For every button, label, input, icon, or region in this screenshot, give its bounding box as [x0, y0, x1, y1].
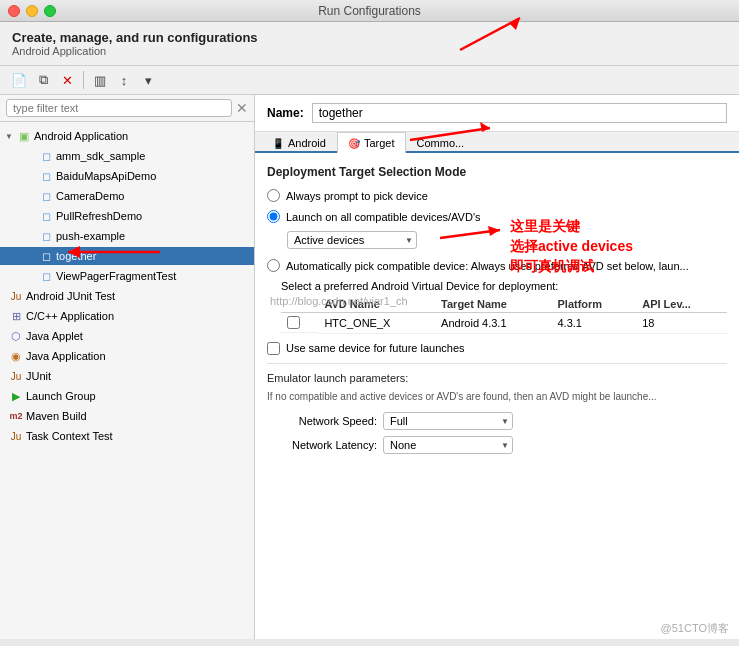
search-clear-icon[interactable]: ✕: [236, 100, 248, 116]
radio-always-prompt-input[interactable]: [267, 189, 280, 202]
java-app-icon: ◉: [8, 348, 24, 364]
avd-section-label: Select a preferred Android Virtual Devic…: [281, 280, 727, 292]
config-tree: ▼ ▣ Android Application ◻ amm_sdk_sample: [0, 122, 254, 639]
tree-item-push[interactable]: ◻ push-example: [0, 226, 254, 246]
amm-sdk-label: amm_sdk_sample: [56, 150, 145, 162]
network-latency-wrapper: None UMTS EDGE ▼: [383, 436, 513, 454]
deployment-section-title: Deployment Target Selection Mode: [267, 165, 727, 179]
search-input[interactable]: [6, 99, 232, 117]
avd-platform-htc: 4.3.1: [552, 313, 637, 334]
baidu-label: BaiduMapsApiDemo: [56, 170, 156, 182]
cpp-label: C/C++ Application: [26, 310, 114, 322]
android-app-label: Android Application: [34, 130, 128, 142]
window-title: Run Configurations: [318, 4, 421, 18]
new-config-button[interactable]: 📄: [8, 69, 30, 91]
tree-item-launch-group[interactable]: ▶ Launch Group: [0, 386, 254, 406]
tab-common[interactable]: Commo...: [406, 132, 476, 153]
android-tab-icon: 📱: [272, 138, 284, 149]
tree-item-baidu[interactable]: ◻ BaiduMapsApiDemo: [0, 166, 254, 186]
radio-always-prompt: Always prompt to pick device: [267, 189, 727, 202]
radio-auto-pick-input[interactable]: [267, 259, 280, 272]
same-device-checkbox[interactable]: [267, 342, 280, 355]
col-target: Target Name: [435, 296, 551, 313]
col-api: API Lev...: [636, 296, 727, 313]
task-label: Task Context Test: [26, 430, 113, 442]
avd-api-htc: 18: [636, 313, 727, 334]
junit-android-label: Android JUnit Test: [26, 290, 115, 302]
radio-always-prompt-label: Always prompt to pick device: [286, 190, 428, 202]
tree-item-amm-sdk[interactable]: ◻ amm_sdk_sample: [0, 146, 254, 166]
tree-item-maven[interactable]: m2 Maven Build: [0, 406, 254, 426]
radio-auto-pick-label: Automatically pick compatible device: Al…: [286, 260, 689, 272]
pull-label: PullRefreshDemo: [56, 210, 142, 222]
class-icon-baidu: ◻: [38, 168, 54, 184]
col-checkbox: [281, 296, 318, 313]
title-bar: Run Configurations: [0, 0, 739, 22]
sort-button[interactable]: ↕: [113, 69, 135, 91]
right-panel: Name: 📱 Android 🎯 Target Commo... Deploy…: [255, 95, 739, 639]
tree-item-together[interactable]: ◻ together: [0, 246, 254, 266]
vp-label: ViewPagerFragmentTest: [56, 270, 176, 282]
tree-item-junit[interactable]: Ju JUnit: [0, 366, 254, 386]
together-label: together: [56, 250, 96, 262]
more-button[interactable]: ▾: [137, 69, 159, 91]
tab-content-target: Deployment Target Selection Mode Always …: [255, 153, 739, 639]
col-platform: Platform: [552, 296, 637, 313]
tree-item-java-app[interactable]: ◉ Java Application: [0, 346, 254, 366]
close-button[interactable]: [8, 5, 20, 17]
tabs-bar: 📱 Android 🎯 Target Commo...: [255, 132, 739, 153]
applet-icon: ⬡: [8, 328, 24, 344]
tree-item-camera[interactable]: ◻ CameraDemo: [0, 186, 254, 206]
tree-item-pullrefresh[interactable]: ◻ PullRefreshDemo: [0, 206, 254, 226]
main-content: ✕ ▼ ▣ Android Application ◻ amm_sdk_samp…: [0, 95, 739, 639]
cpp-icon: ⊞: [8, 308, 24, 324]
config-name-input[interactable]: [312, 103, 727, 123]
tree-item-viewpager[interactable]: ◻ ViewPagerFragmentTest: [0, 266, 254, 286]
network-latency-row: Network Latency: None UMTS EDGE ▼: [267, 436, 727, 454]
network-speed-select[interactable]: Full UMTS EDGE: [383, 412, 513, 430]
maven-icon: m2: [8, 408, 24, 424]
same-device-row: Use same device for future launches: [267, 342, 727, 355]
tree-item-android-application[interactable]: ▼ ▣ Android Application: [0, 126, 254, 146]
emulator-title: Emulator launch parameters:: [267, 372, 727, 384]
minimize-button[interactable]: [26, 5, 38, 17]
tree-item-task-context[interactable]: Ju Task Context Test: [0, 426, 254, 446]
launch-icon: ▶: [8, 388, 24, 404]
copy-config-button[interactable]: ⧉: [32, 69, 54, 91]
filter-button[interactable]: ▥: [89, 69, 111, 91]
network-speed-row: Network Speed: Full UMTS EDGE ▼: [267, 412, 727, 430]
applet-label: Java Applet: [26, 330, 83, 342]
class-icon-camera: ◻: [38, 188, 54, 204]
junit-label: JUnit: [26, 370, 51, 382]
network-latency-label: Network Latency:: [267, 439, 377, 451]
name-label: Name:: [267, 106, 304, 120]
maximize-button[interactable]: [44, 5, 56, 17]
radio-launch-all: Launch on all compatible devices/AVD's: [267, 210, 727, 223]
tree-item-cpp[interactable]: ⊞ C/C++ Application: [0, 306, 254, 326]
active-devices-wrapper: Active devices All devices Emulator only…: [287, 231, 417, 249]
avd-row-htc: HTC_ONE_X Android 4.3.1 4.3.1 18: [281, 313, 727, 334]
tab-target[interactable]: 🎯 Target: [337, 132, 406, 153]
push-label: push-example: [56, 230, 125, 242]
tree-item-java-applet[interactable]: ⬡ Java Applet: [0, 326, 254, 346]
target-tab-icon: 🎯: [348, 138, 360, 149]
header-title: Create, manage, and run configurations: [12, 30, 727, 45]
tab-android[interactable]: 📱 Android: [261, 132, 337, 153]
radio-launch-all-input[interactable]: [267, 210, 280, 223]
junit-android-icon: Ju: [8, 288, 24, 304]
col-avd-name: AVD Name: [318, 296, 435, 313]
radio-auto-pick: Automatically pick compatible device: Al…: [267, 259, 727, 272]
android-tab-label: Android: [288, 137, 326, 149]
android-app-icon: ▣: [16, 128, 32, 144]
network-latency-select[interactable]: None UMTS EDGE: [383, 436, 513, 454]
active-devices-select[interactable]: Active devices All devices Emulator only: [287, 231, 417, 249]
delete-config-button[interactable]: ✕: [56, 69, 78, 91]
avd-checkbox-cell[interactable]: [281, 313, 318, 333]
avd-name-htc: HTC_ONE_X: [318, 313, 435, 334]
tree-item-junit-android[interactable]: Ju Android JUnit Test: [0, 286, 254, 306]
network-speed-label: Network Speed:: [267, 415, 377, 427]
task-icon: Ju: [8, 428, 24, 444]
java-app-label: Java Application: [26, 350, 106, 362]
avd-section: Select a preferred Android Virtual Devic…: [281, 280, 727, 334]
avd-checkbox-htc[interactable]: [287, 316, 300, 329]
